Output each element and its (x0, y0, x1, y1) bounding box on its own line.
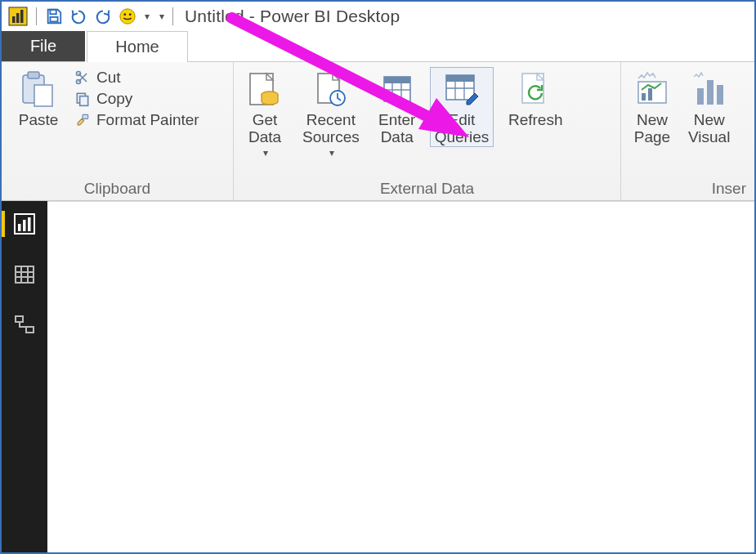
svg-point-6 (120, 9, 135, 24)
svg-rect-2 (16, 13, 20, 23)
new-page-icon (633, 70, 672, 109)
view-navrail (2, 201, 47, 552)
qat-customize-dropdown-icon[interactable]: ▾ (158, 9, 166, 24)
ribbon-group-clipboard: Paste Cut Copy (2, 62, 234, 200)
svg-rect-47 (16, 316, 23, 322)
recent-sources-icon (311, 70, 351, 109)
recent-sources-caret-icon: ▾ (329, 148, 334, 159)
nav-report-view[interactable] (2, 212, 47, 235)
nav-data-view[interactable] (2, 263, 47, 286)
svg-point-7 (123, 13, 126, 16)
ribbon-tabs: File Home (2, 31, 754, 62)
insert-group-label: Inser (628, 178, 748, 198)
copy-label: Copy (96, 90, 132, 108)
external-data-group-label: External Data (240, 178, 614, 198)
svg-rect-48 (26, 327, 34, 333)
svg-rect-5 (50, 17, 57, 21)
new-page-label: New Page (634, 111, 670, 146)
svg-rect-1 (12, 16, 16, 23)
refresh-label: Refresh (508, 111, 563, 128)
report-canvas[interactable] (47, 201, 756, 554)
svg-rect-42 (16, 266, 34, 283)
svg-rect-34 (648, 88, 652, 101)
undo-button[interactable] (68, 6, 89, 27)
svg-rect-11 (34, 85, 52, 106)
cut-label: Cut (96, 69, 121, 87)
get-data-caret-icon: ▾ (263, 148, 268, 159)
copy-icon (74, 90, 92, 108)
svg-point-8 (129, 13, 132, 16)
nav-model-view[interactable] (2, 314, 47, 337)
svg-rect-37 (717, 85, 723, 105)
ribbon: Paste Cut Copy (2, 62, 754, 201)
relationships-icon (13, 314, 36, 337)
enter-data-icon (378, 70, 417, 109)
scissors-icon (74, 69, 92, 87)
window-title: Untitled - Power BI Desktop (185, 7, 400, 26)
save-button[interactable] (43, 6, 65, 27)
svg-rect-33 (642, 93, 646, 101)
new-visual-label: New Visual (688, 111, 730, 146)
clipboard-group-label: Clipboard (8, 178, 226, 198)
paste-icon (19, 70, 58, 109)
cut-button[interactable]: Cut (74, 69, 199, 87)
qat-separator-2 (172, 7, 173, 25)
table-icon (13, 263, 36, 286)
tab-home[interactable]: Home (87, 31, 188, 62)
enter-data-label: Enter Data (378, 111, 415, 146)
get-data-icon (245, 70, 284, 109)
paste-button[interactable]: Paste (8, 67, 69, 128)
new-visual-icon (690, 70, 729, 109)
edit-queries-button[interactable]: Edit Queries (430, 67, 494, 147)
paste-label: Paste (19, 111, 59, 128)
svg-rect-3 (20, 10, 24, 23)
tab-file[interactable]: File (2, 31, 85, 62)
brush-icon (74, 111, 92, 129)
svg-rect-15 (80, 96, 88, 106)
bar-chart-icon (13, 212, 36, 235)
svg-rect-36 (707, 80, 714, 105)
edit-queries-label: Edit Queries (435, 111, 490, 146)
qat-separator (36, 7, 37, 25)
recent-sources-button[interactable]: Recent Sources ▾ (297, 67, 365, 159)
redo-button[interactable] (92, 6, 114, 27)
ribbon-group-insert: New Page New Visual Inser (621, 62, 754, 200)
format-painter-button[interactable]: Format Painter (74, 111, 199, 129)
svg-rect-4 (50, 10, 56, 15)
svg-rect-27 (446, 75, 474, 82)
svg-rect-16 (83, 114, 88, 118)
smiley-feedback-button[interactable] (117, 6, 138, 27)
ribbon-group-external-data: Get Data ▾ Recent Sources ▾ (234, 62, 621, 200)
format-painter-label: Format Painter (96, 111, 199, 129)
smiley-dropdown-icon[interactable]: ▾ (143, 9, 151, 24)
app-logo-icon (7, 5, 29, 28)
copy-button[interactable]: Copy (74, 90, 199, 108)
new-visual-button[interactable]: New Visual (683, 67, 735, 146)
recent-sources-label: Recent Sources (302, 111, 360, 146)
svg-rect-22 (384, 77, 410, 83)
new-page-button[interactable]: New Page (628, 67, 677, 146)
get-data-label: Get Data (248, 111, 281, 146)
svg-rect-41 (28, 217, 31, 231)
tab-file-label: File (30, 37, 56, 56)
workspace (2, 201, 754, 552)
titlebar: ▾ ▾ Untitled - Power BI Desktop (2, 2, 754, 31)
tab-home-label: Home (115, 38, 159, 56)
get-data-button[interactable]: Get Data ▾ (240, 67, 289, 159)
refresh-button[interactable]: Refresh (502, 67, 569, 128)
tab-strip-rest (188, 31, 754, 62)
canvas-area (47, 201, 754, 552)
svg-rect-10 (28, 72, 39, 78)
svg-rect-40 (23, 220, 26, 231)
edit-queries-icon (442, 70, 481, 109)
svg-rect-39 (18, 224, 21, 231)
svg-rect-35 (697, 88, 704, 105)
refresh-icon (516, 70, 555, 109)
enter-data-button[interactable]: Enter Data (373, 67, 422, 146)
